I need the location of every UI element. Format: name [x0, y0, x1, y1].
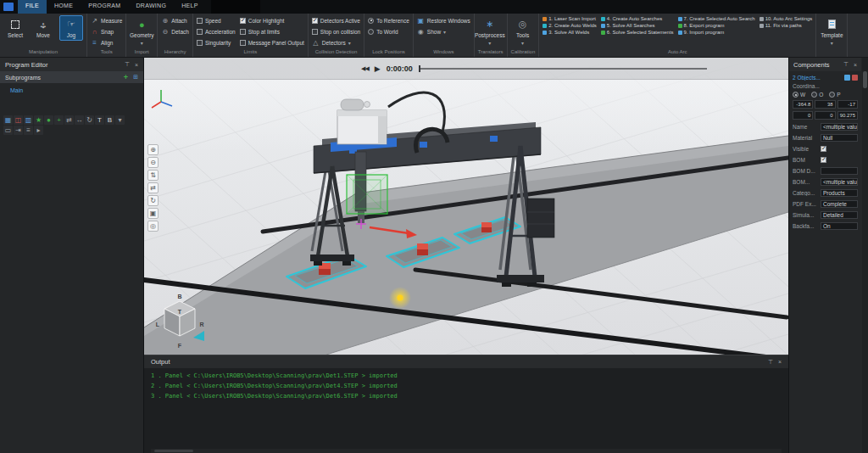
play-button[interactable]: ▶ [375, 64, 381, 73]
measure-button[interactable]: ↗Measure [91, 15, 122, 25]
viewcube-right-label[interactable]: R [199, 322, 203, 327]
tab-drawing[interactable]: DRAWING [128, 0, 174, 14]
detectors-active-checkbox[interactable]: Detectors Active [312, 15, 360, 25]
bom-name-field[interactable]: <multiple values> [821, 178, 858, 186]
detectors-dropdown[interactable]: △Detectors▾ [312, 37, 360, 48]
postprocess-button[interactable]: ∗ Postprocess ▾ [478, 15, 502, 48]
export-program-button[interactable]: 8. Export program [678, 23, 755, 28]
pdf-export-field[interactable]: Complete [821, 200, 858, 208]
statement-loop-icon[interactable]: ↻ [85, 115, 94, 125]
restore-windows-button[interactable]: ▣Restore Windows [417, 15, 470, 25]
add-subprogram-icon[interactable]: + [124, 73, 128, 81]
statement-more-icon[interactable]: ▾ [115, 115, 125, 125]
statement-add-icon[interactable]: + [54, 115, 64, 125]
zoom-out-tool-icon[interactable]: ⊖ [147, 157, 159, 168]
window-scrollbar[interactable] [862, 58, 868, 453]
output-log[interactable]: 1 . Panel < C:\Users\IROB5\Desktop\Scann… [144, 368, 788, 453]
statement-text-icon[interactable]: T [95, 115, 104, 125]
simulation-level-field[interactable]: Detailed [821, 211, 858, 219]
statement-frames-icon[interactable]: ◫ [14, 115, 23, 125]
create-selected-auto-search-button[interactable]: 7. Create Selected Auto Search [678, 16, 755, 21]
tab-home[interactable]: HOME [47, 0, 81, 14]
create-auto-searches-button[interactable]: 4. Create Auto Searches [601, 16, 674, 21]
zoom-in-tool-icon[interactable]: ⊕ [147, 144, 159, 155]
viewcube-top-label[interactable]: T [178, 309, 182, 315]
tab-file[interactable]: FILE [18, 0, 47, 14]
position-y-field[interactable]: 38 [815, 100, 835, 109]
statement-record-icon[interactable]: ● [44, 115, 53, 125]
material-field[interactable]: Null [821, 134, 858, 142]
statement-list-icon[interactable]: ≡ [24, 126, 33, 135]
message-panel-output-checkbox[interactable]: Message Panel Output [240, 37, 304, 48]
solve-selected-statements-button[interactable]: 6. Solve Selected Statements [601, 30, 674, 35]
position-z-field[interactable]: -17 [837, 100, 858, 109]
geometry-button[interactable]: ● Geometry ▾ [130, 15, 153, 48]
category-field[interactable]: Products [821, 189, 858, 197]
pan-horizontal-icon[interactable]: ⇄ [147, 182, 159, 193]
statement-grid-icon[interactable]: ▦ [3, 115, 13, 125]
pin-icon[interactable]: ⊤ [125, 61, 130, 68]
skip-start-button[interactable]: ◀◀ [361, 65, 369, 72]
rotation-x-field[interactable]: 0 [793, 111, 813, 120]
create-auto-welds-button[interactable]: 2. Create Auto Welds [542, 23, 597, 28]
selected-objects-link[interactable]: 2 Objects... [793, 75, 858, 81]
statement-goto-icon[interactable]: ⇥ [14, 126, 23, 135]
pin-icon[interactable]: ⊤ [843, 61, 849, 68]
jog-button[interactable]: ☞ Jog [59, 15, 83, 41]
statement-box-icon[interactable]: ▭ [3, 126, 13, 135]
object-radio[interactable]: O [811, 92, 823, 98]
pin-icon[interactable]: ⊤ [768, 359, 773, 366]
acceleration-checkbox[interactable]: Acceleration [197, 26, 236, 36]
pan-vertical-icon[interactable]: ⇅ [147, 170, 159, 181]
close-icon[interactable]: × [854, 62, 857, 68]
attach-button[interactable]: ⊕Attach [161, 15, 189, 25]
timeline-thumb[interactable] [419, 65, 420, 72]
fit-view-icon[interactable]: ▣ [147, 208, 159, 219]
to-reference-radio[interactable]: To Reference [368, 15, 409, 25]
statement-run-icon[interactable]: ▸ [34, 126, 43, 135]
snap-button[interactable]: ∩Snap [91, 26, 122, 36]
subprogram-item-main[interactable]: Main [0, 83, 143, 93]
color-highlight-checkbox[interactable]: Color Highlight [240, 15, 304, 25]
align-button[interactable]: ≡Align [91, 37, 122, 48]
auto-arc-settings-button[interactable]: 10. Auto Arc Settings [760, 16, 813, 21]
statement-star-icon[interactable]: ★ [34, 115, 43, 125]
viewcube-left-label[interactable]: L [156, 322, 160, 327]
parent-radio[interactable]: P [829, 92, 840, 98]
close-icon[interactable]: × [778, 359, 782, 365]
component-icon[interactable] [844, 75, 850, 81]
to-world-radio[interactable]: To World [368, 26, 409, 36]
bom-description-field[interactable] [821, 167, 858, 175]
statement-chart-icon[interactable]: ▥ [24, 115, 33, 125]
viewcube-back-label[interactable]: B [177, 294, 181, 299]
visible-checkbox[interactable] [821, 146, 826, 152]
tab-program[interactable]: PROGRAM [81, 0, 128, 14]
statement-bold-icon[interactable]: B [105, 115, 114, 125]
move-button[interactable]: ↔↕ Move [31, 15, 55, 41]
detach-button[interactable]: ⊖Detach [161, 26, 189, 36]
output-scrollbar[interactable] [151, 449, 782, 453]
fix-via-paths-button[interactable]: 11. Fix via paths [760, 23, 813, 28]
orbit-view-icon[interactable]: ◎ [147, 221, 159, 232]
world-radio[interactable]: W [793, 92, 805, 98]
stop-at-limits-checkbox[interactable]: Stop at limits [240, 26, 304, 36]
laser-scan-import-button[interactable]: 1. Laser Scan Import [542, 16, 597, 21]
output-scrollbar-thumb[interactable] [154, 450, 193, 452]
close-icon[interactable]: × [135, 62, 138, 68]
robot-icon[interactable] [852, 75, 858, 81]
window-scrollbar-thumb[interactable] [863, 71, 867, 88]
solve-all-welds-button[interactable]: 3. Solve All Welds [542, 30, 597, 35]
viewport-3d[interactable]: B T F L R ◀◀ ▶ 0:00:00 ⊕ [144, 58, 788, 355]
backface-field[interactable]: On [821, 222, 858, 230]
template-button[interactable]: Template ▾ [820, 15, 843, 48]
import-program-button[interactable]: 9. Import program [678, 30, 755, 35]
viewcube-front-label[interactable]: F [178, 343, 182, 349]
position-x-field[interactable]: -364.8 [793, 100, 813, 109]
bom-checkbox[interactable] [821, 157, 826, 163]
singularity-checkbox[interactable]: Singularity [197, 37, 236, 48]
stop-on-collision-checkbox[interactable]: Stop on collision [312, 26, 360, 36]
active-document-tab[interactable] [211, 0, 260, 14]
rotation-z-field[interactable]: 90.275 [837, 111, 858, 120]
select-button[interactable]: Select [3, 15, 27, 41]
speed-checkbox[interactable]: Speed [197, 15, 236, 25]
